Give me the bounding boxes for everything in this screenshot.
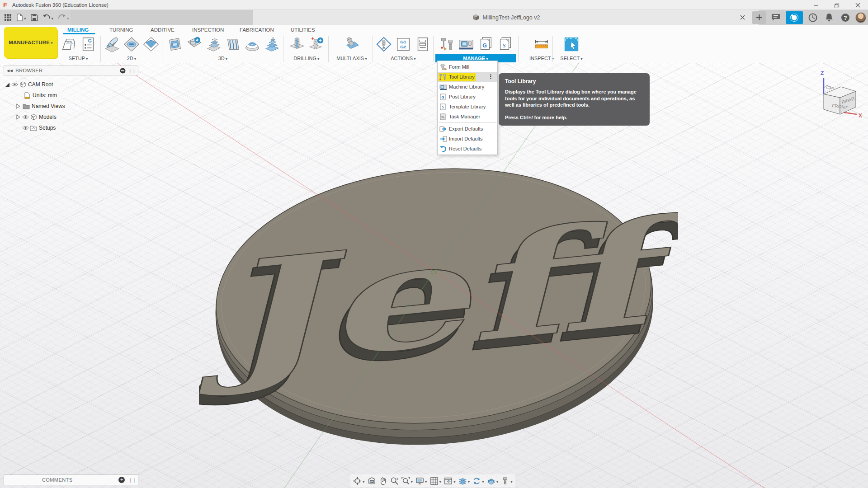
document-tab[interactable]: MillingTest-JeffLogo v2	[253, 10, 759, 25]
group-label-multi-axis[interactable]: MULTI-AXIS	[332, 54, 372, 62]
import-defaults-icon	[439, 136, 447, 142]
group-label-select[interactable]: SELECT	[554, 54, 589, 62]
panel-grip[interactable]: ❘❘	[128, 68, 136, 73]
new-setup-icon[interactable]	[60, 36, 77, 53]
tab-additive[interactable]: ADDITIVE	[151, 26, 175, 34]
3d-horizontal-icon[interactable]	[244, 36, 261, 53]
post-library-toolbar-icon[interactable]: G	[477, 36, 494, 53]
display-settings-icon[interactable]	[415, 477, 427, 485]
tree-item-named-views[interactable]: Named Views	[4, 101, 138, 112]
close-document-icon[interactable]	[736, 11, 749, 24]
visibility-eye-icon[interactable]	[22, 115, 29, 119]
orbit-icon[interactable]	[353, 477, 365, 485]
post-process-icon[interactable]: G1G2	[395, 36, 412, 53]
collapsed-arrow-icon[interactable]	[14, 103, 22, 109]
refresh-icon[interactable]	[472, 477, 484, 485]
hide-all-icon[interactable]	[120, 68, 126, 74]
setup-sheet-action-icon[interactable]	[414, 36, 431, 53]
model-jeff-disc[interactable]: Jeff Jeff	[199, 120, 678, 481]
2d-contour-icon[interactable]	[142, 36, 160, 53]
collapse-panel-icon[interactable]: ◀◀	[7, 69, 13, 73]
visibility-eye-icon[interactable]	[22, 126, 29, 130]
tab-utilities[interactable]: UTILITIES	[291, 26, 315, 34]
file-menu-button[interactable]	[15, 11, 28, 24]
job-status-clock-icon[interactable]	[807, 11, 819, 24]
group-label-3d[interactable]: 3D	[165, 54, 280, 62]
expand-arrow-icon[interactable]	[4, 82, 11, 87]
new-document-tab-button[interactable]	[752, 11, 766, 24]
redo-button[interactable]	[57, 11, 71, 24]
tree-item-units[interactable]: Units: mm	[4, 90, 138, 101]
menu-item-task-manager[interactable]: % Task Manager	[438, 112, 497, 122]
simulate-icon[interactable]	[375, 36, 392, 53]
3d-pocket-icon[interactable]	[166, 36, 183, 53]
save-button[interactable]	[29, 11, 39, 24]
measure-icon[interactable]	[533, 36, 550, 53]
browser-header[interactable]: ◀◀ BROWSER ❘❘	[4, 66, 138, 75]
notifications-bell-icon[interactable]	[823, 11, 835, 24]
group-label-setup[interactable]: SETUP	[57, 54, 100, 62]
sync-status-button[interactable]	[786, 11, 803, 24]
maximize-button[interactable]	[826, 0, 847, 10]
minimize-button[interactable]	[806, 0, 826, 10]
browser-tree: CAM Root Units: mm Named Views Models Se	[4, 79, 138, 133]
active-tab-underline	[63, 33, 95, 34]
view-cube[interactable]: Z X FRONT RIGHT TOP	[814, 68, 868, 122]
visibility-eye-icon[interactable]	[11, 82, 18, 87]
app-grid-menu-icon[interactable]	[3, 11, 13, 24]
zoom-icon[interactable]: ±	[390, 477, 399, 485]
drill-custom-icon[interactable]: +	[308, 36, 325, 53]
group-label-2d[interactable]: 2D	[103, 54, 160, 62]
stock-layers-icon[interactable]	[487, 477, 499, 485]
2d-adaptive-icon[interactable]	[104, 36, 121, 53]
add-comment-icon[interactable]: +	[118, 477, 125, 483]
menu-item-import-defaults[interactable]: Import Defaults	[438, 134, 497, 144]
template-library-toolbar-icon[interactable]: S	[496, 36, 514, 53]
tab-turning[interactable]: TURNING	[109, 26, 133, 34]
group-label-actions[interactable]: ACTIONS	[374, 54, 432, 62]
steps-icon[interactable]	[458, 477, 470, 485]
help-icon[interactable]: ?	[839, 11, 852, 24]
comments-bar[interactable]: COMMENTS + ❘❘	[4, 474, 138, 485]
user-avatar[interactable]	[855, 12, 866, 23]
tab-fabrication[interactable]: FABRICATION	[240, 26, 274, 34]
viewports-icon[interactable]	[444, 477, 456, 485]
3d-spiral-icon[interactable]	[263, 36, 280, 53]
3d-steps-icon[interactable]	[205, 36, 222, 53]
tree-item-setups[interactable]: Setups	[4, 122, 138, 133]
menu-item-post-library[interactable]: G Post Library	[438, 92, 497, 102]
workspace-switcher-button[interactable]: MANUFACTURE	[5, 28, 56, 56]
look-at-icon[interactable]	[368, 477, 376, 485]
menu-item-reset-defaults[interactable]: Reset Defaults	[438, 144, 497, 154]
workspace-switcher-label: MANUFACTURE	[9, 40, 50, 45]
group-label-drilling[interactable]: DRILLING	[286, 54, 327, 62]
menu-item-tool-library[interactable]: Tool Library	[438, 72, 497, 82]
tool-library-more-options-icon[interactable]	[488, 73, 494, 80]
pan-icon[interactable]	[379, 477, 387, 485]
menu-item-form-mill[interactable]: Form Mill	[438, 62, 497, 72]
3d-steep-shallow-icon[interactable]	[185, 36, 203, 53]
tool-filter-icon[interactable]	[501, 477, 513, 485]
comments-grip[interactable]: ❘❘	[128, 478, 136, 483]
menu-item-machine-library[interactable]: Machine Library	[438, 82, 497, 92]
machine-library-toolbar-icon[interactable]	[458, 36, 475, 53]
tab-inspection[interactable]: INSPECTION	[192, 26, 224, 34]
collapsed-arrow-icon[interactable]	[14, 114, 22, 120]
drill-icon[interactable]	[288, 36, 306, 53]
undo-button[interactable]	[41, 11, 55, 24]
menu-item-export-defaults[interactable]: Export Defaults	[438, 124, 497, 134]
multi-axis-swarf-icon[interactable]	[343, 36, 360, 53]
close-window-button[interactable]	[847, 0, 868, 10]
setup-sheet-icon[interactable]: G	[80, 36, 97, 53]
select-icon[interactable]	[563, 36, 580, 53]
tree-item-models[interactable]: Models	[4, 112, 138, 122]
menu-item-template-library[interactable]: S Template Library	[438, 102, 497, 112]
comments-chat-icon[interactable]	[769, 11, 782, 24]
fit-icon[interactable]	[401, 477, 413, 485]
grid-snaps-icon[interactable]	[430, 477, 442, 485]
2d-pocket-icon[interactable]	[123, 36, 140, 53]
component-cube-icon	[29, 114, 38, 121]
3d-parallel-icon[interactable]	[224, 36, 241, 53]
tool-library-toolbar-icon[interactable]	[438, 36, 455, 53]
tree-item-cam-root[interactable]: CAM Root	[4, 79, 138, 90]
